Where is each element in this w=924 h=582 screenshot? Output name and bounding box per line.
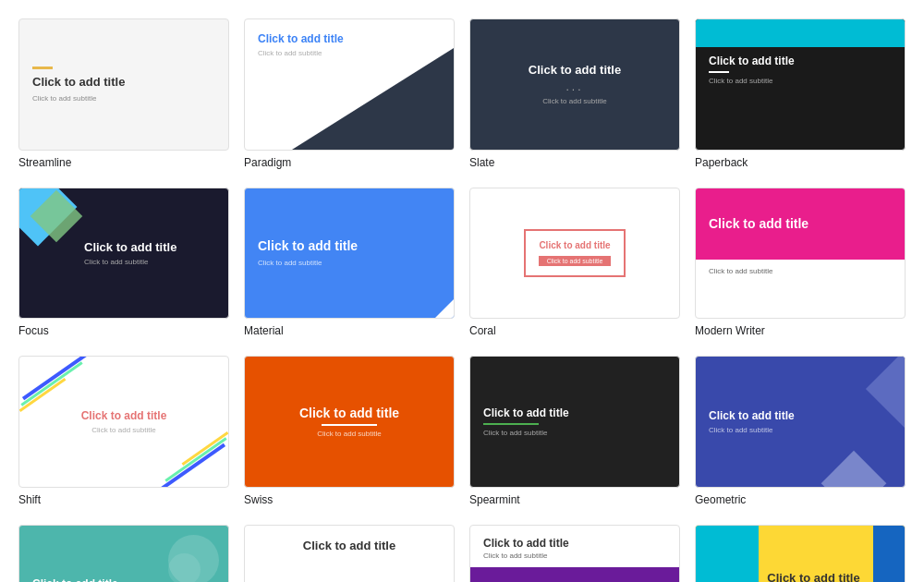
template-thumb-material[interactable]: Click to add title Click to add subtitle xyxy=(244,188,455,320)
focus-content: Click to add title Click to add subtitle xyxy=(19,188,228,319)
focus-text-area: Click to add title Click to add subtitle xyxy=(84,240,176,266)
shift-title: Click to add title xyxy=(81,409,167,422)
template-grid: Click to add title Click to add subtitle… xyxy=(18,18,906,582)
geometric-title: Click to add title xyxy=(709,409,892,422)
template-item-momentum[interactable]: Click to add title Click to add subtitle… xyxy=(18,525,229,583)
slate-title: Click to add title xyxy=(529,63,621,77)
material-subtitle: Click to add subtitle xyxy=(258,259,441,267)
shift-subtitle: Click to add subtitle xyxy=(91,426,155,434)
focus-title: Click to add title xyxy=(84,240,176,254)
material-fold xyxy=(435,299,454,318)
paperback-subtitle: Click to add subtitle xyxy=(709,77,892,85)
template-item-swiss[interactable]: Click to add title Click to add subtitle… xyxy=(244,356,455,506)
template-item-beach-day[interactable]: Click to add title Click to add subtitle… xyxy=(244,525,455,583)
template-item-streamline[interactable]: Click to add title Click to add subtitle… xyxy=(18,18,229,169)
template-item-slate[interactable]: Click to add title ... Click to add subt… xyxy=(469,18,680,169)
template-item-shift[interactable]: Click to add title Click to add subtitle… xyxy=(18,356,229,506)
plum-purple-bar xyxy=(470,567,679,583)
template-thumb-pop[interactable]: Click to add title Click to add subtitle xyxy=(695,525,906,583)
paradigm-subtitle: Click to add subtitle xyxy=(258,49,441,57)
template-thumb-shift[interactable]: Click to add title Click to add subtitle xyxy=(18,356,229,488)
paradigm-label: Paradigm xyxy=(244,156,455,169)
modern-writer-label: Modern Writer xyxy=(695,324,906,337)
template-item-pop[interactable]: Click to add title Click to add subtitle… xyxy=(695,525,906,583)
template-thumb-slate[interactable]: Click to add title ... Click to add subt… xyxy=(469,18,680,151)
momentum-title: Click to add title xyxy=(32,577,215,582)
spearmint-line xyxy=(483,423,539,425)
shift-content: Click to add title Click to add subtitle xyxy=(19,357,228,487)
swiss-line xyxy=(322,424,377,426)
swiss-title: Click to add title xyxy=(299,406,399,420)
slate-label: Slate xyxy=(469,156,680,169)
template-item-paperback[interactable]: Click to add title Click to add subtitle… xyxy=(695,18,906,169)
coral-title: Click to add title xyxy=(539,240,610,250)
material-title: Click to add title xyxy=(258,238,441,253)
pop-cyan-strip xyxy=(696,526,759,583)
pop-title: Click to add title xyxy=(767,571,892,582)
template-thumb-coral[interactable]: Click to add title Click to add subtitle xyxy=(469,188,680,320)
pop-content: Click to add title Click to add subtitle xyxy=(754,562,905,582)
template-thumb-paradigm[interactable]: Click to add title Click to add subtitle xyxy=(244,18,455,151)
swiss-label: Swiss xyxy=(244,493,455,506)
coral-label: Coral xyxy=(469,324,680,337)
template-item-modern-writer[interactable]: Click to add title Click to add subtitle… xyxy=(695,188,906,338)
geometric-subtitle: Click to add subtitle xyxy=(709,426,892,434)
spearmint-title: Click to add title xyxy=(483,406,666,419)
slate-dots: ... xyxy=(565,80,583,93)
geometric-content: Click to add title Click to add subtitle xyxy=(696,357,905,487)
paperback-title: Click to add title xyxy=(709,55,892,67)
slate-subtitle: Click to add subtitle xyxy=(542,97,606,105)
streamline-label: Streamline xyxy=(18,156,229,169)
template-thumb-momentum[interactable]: Click to add title Click to add subtitle xyxy=(18,525,229,583)
coral-subtitle: Click to add subtitle xyxy=(539,256,610,266)
paradigm-content: Click to add title Click to add subtitle xyxy=(245,19,454,70)
paradigm-title: Click to add title xyxy=(258,32,441,45)
template-thumb-paperback[interactable]: Click to add title Click to add subtitle xyxy=(695,18,906,151)
focus-subtitle: Click to add subtitle xyxy=(84,258,176,266)
paperback-label: Paperback xyxy=(695,156,906,169)
streamline-subtitle: Click to add subtitle xyxy=(32,94,215,103)
accent-line xyxy=(32,67,53,69)
modern-writer-subtitle: Click to add subtitle xyxy=(709,267,892,275)
modern-writer-title: Click to add title xyxy=(709,216,808,231)
template-item-coral[interactable]: Click to add title Click to add subtitle… xyxy=(469,188,680,338)
template-thumb-streamline[interactable]: Click to add title Click to add subtitle xyxy=(18,18,229,151)
geometric-label: Geometric xyxy=(695,493,906,506)
template-item-material[interactable]: Click to add title Click to add subtitle… xyxy=(244,188,455,338)
template-item-geometric[interactable]: Click to add title Click to add subtitle… xyxy=(695,356,906,506)
spearmint-label: Spearmint xyxy=(469,493,680,506)
template-item-paradigm[interactable]: Click to add title Click to add subtitle… xyxy=(244,18,455,169)
modern-writer-bottom: Click to add subtitle xyxy=(696,260,905,283)
swiss-subtitle: Click to add subtitle xyxy=(317,430,381,438)
paperback-content: Click to add title Click to add subtitle xyxy=(696,19,905,94)
plum-top: Click to add title Click to add subtitle xyxy=(470,526,679,567)
momentum-content: Click to add title Click to add subtitle xyxy=(19,526,228,583)
template-thumb-spearmint[interactable]: Click to add title Click to add subtitle xyxy=(469,356,680,488)
focus-label: Focus xyxy=(18,324,229,337)
template-item-plum[interactable]: Click to add title Click to add subtitle… xyxy=(469,525,680,583)
material-label: Material xyxy=(244,324,455,337)
shift-label: Shift xyxy=(18,493,229,506)
template-thumb-modern-writer[interactable]: Click to add title Click to add subtitle xyxy=(695,188,906,320)
material-content: Click to add title Click to add subtitle xyxy=(245,188,454,319)
template-thumb-swiss[interactable]: Click to add title Click to add subtitle xyxy=(244,356,455,488)
coral-box: Click to add title Click to add subtitle xyxy=(524,229,625,277)
modern-writer-pink-bar: Click to add title xyxy=(696,188,905,260)
template-item-spearmint[interactable]: Click to add title Click to add subtitle… xyxy=(469,356,680,506)
template-thumb-geometric[interactable]: Click to add title Click to add subtitle xyxy=(695,356,906,488)
paperback-line xyxy=(709,71,729,73)
template-thumb-focus[interactable]: Click to add title Click to add subtitle xyxy=(18,188,229,320)
beach-day-title: Click to add title xyxy=(258,539,441,552)
template-thumb-plum[interactable]: Click to add title Click to add subtitle xyxy=(469,525,680,583)
plum-title: Click to add title xyxy=(483,537,666,550)
streamline-title: Click to add title xyxy=(32,75,215,89)
plum-subtitle: Click to add subtitle xyxy=(483,552,666,560)
template-thumb-beach-day[interactable]: Click to add title Click to add subtitle xyxy=(244,525,455,583)
template-item-focus[interactable]: Click to add title Click to add subtitle… xyxy=(18,188,229,338)
spearmint-subtitle: Click to add subtitle xyxy=(483,429,666,437)
